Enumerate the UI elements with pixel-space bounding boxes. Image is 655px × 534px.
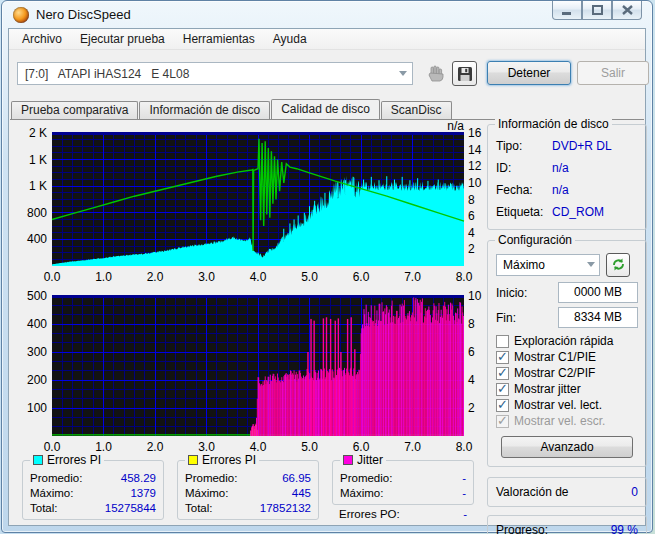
checkbox-mostrar-vel-lect-[interactable]: Mostrar vel. lect. bbox=[496, 397, 638, 413]
drive-selector-dropdown[interactable]: [7:0] ATAPI iHAS124 E 4L08 bbox=[17, 62, 413, 85]
svg-text:6.0: 6.0 bbox=[353, 270, 370, 284]
quality-chart-pif-jitter: 5004003002001001086420.01.02.03.04.05.06… bbox=[12, 286, 482, 456]
tab-prueba-comparativa[interactable]: Prueba comparativa bbox=[11, 101, 138, 119]
disc-info-row-3-label: Etiqueta: bbox=[496, 205, 552, 219]
svg-text:5.0: 5.0 bbox=[301, 440, 318, 454]
disc-info-row-0: Tipo:DVD+R DL bbox=[496, 135, 638, 157]
stop-button[interactable]: Detener bbox=[487, 61, 571, 85]
save-button[interactable] bbox=[452, 61, 477, 86]
checkbox-box[interactable] bbox=[496, 367, 509, 380]
svg-text:4: 4 bbox=[468, 373, 475, 387]
svg-text:0.0: 0.0 bbox=[44, 270, 61, 284]
legend-2-row-1: Máximo:- bbox=[340, 485, 466, 500]
disc-info-row-1-label: ID: bbox=[496, 161, 552, 175]
checkbox-box[interactable] bbox=[496, 399, 509, 412]
tab-calidad-de-disco[interactable]: Calidad de disco bbox=[271, 99, 380, 119]
menu-item-ayuda[interactable]: Ayuda bbox=[264, 30, 316, 48]
svg-text:6: 6 bbox=[468, 345, 475, 359]
disc-info-row-0-label: Tipo: bbox=[496, 139, 552, 153]
svg-text:5.0: 5.0 bbox=[301, 270, 318, 284]
svg-text:4.0: 4.0 bbox=[250, 270, 267, 284]
fin-field[interactable]: 8334 MB bbox=[558, 307, 638, 328]
close-button[interactable] bbox=[612, 1, 642, 20]
disc-info-row-2: Fecha:n/a bbox=[496, 179, 638, 201]
fin-label: Fin: bbox=[496, 311, 516, 325]
disc-info-row-0-value: DVD+R DL bbox=[552, 139, 638, 153]
checkbox-label: Mostrar C2/PIF bbox=[514, 366, 595, 380]
menu-item-archivo[interactable]: Archivo bbox=[13, 30, 71, 48]
checkbox-box[interactable] bbox=[496, 335, 509, 348]
svg-text:3.0: 3.0 bbox=[198, 270, 215, 284]
dropdown-arrow-icon bbox=[394, 63, 412, 84]
disc-info-row-2-value: n/a bbox=[552, 183, 638, 197]
svg-text:1.0: 1.0 bbox=[95, 270, 112, 284]
legend-title-text: Errores PI bbox=[47, 453, 101, 467]
checkbox-box[interactable] bbox=[496, 383, 509, 396]
legend-box-0: Errores PIPromedio:458.29Máximo:1379Tota… bbox=[22, 460, 164, 520]
title-bar[interactable]: Nero DiscSpeed bbox=[2, 1, 652, 28]
rating-label: Valoración de bbox=[496, 485, 569, 499]
checkbox-label: Exploración rápida bbox=[514, 334, 613, 348]
svg-text:16: 16 bbox=[468, 126, 482, 140]
progress-row-0-value: 99 % bbox=[611, 523, 638, 534]
refresh-button[interactable] bbox=[606, 253, 630, 277]
checkbox-mostrar-c2-pif[interactable]: Mostrar C2/PIF bbox=[496, 365, 638, 381]
checkbox-label: Mostrar vel. lect. bbox=[514, 398, 602, 412]
desktop-background: Nero DiscSpeed ArchivoEjecutar pruebaHer… bbox=[0, 0, 655, 534]
legend-2-row-1-value: - bbox=[462, 487, 466, 499]
svg-text:6.0: 6.0 bbox=[353, 440, 370, 454]
menu-bar: ArchivoEjecutar pruebaHerramientasAyuda bbox=[9, 29, 645, 50]
floppy-disk-icon bbox=[457, 66, 473, 82]
legend-1-row-1-value: 445 bbox=[292, 487, 311, 499]
disc-info-group-title: Información de disco bbox=[495, 117, 612, 131]
svg-text:12: 12 bbox=[468, 159, 482, 173]
svg-text:4.0: 4.0 bbox=[250, 440, 267, 454]
legend-2-row-0-value: - bbox=[462, 472, 466, 484]
legend-title-text: Errores PI bbox=[202, 453, 256, 467]
svg-text:14: 14 bbox=[468, 143, 482, 157]
checkbox-box[interactable] bbox=[496, 351, 509, 364]
checkbox-label: Mostrar vel. escr. bbox=[514, 414, 605, 428]
rating-box: Valoración de 0 bbox=[487, 477, 647, 507]
legend-0-row-1: Máximo:1379 bbox=[30, 485, 156, 500]
advanced-button[interactable]: Avanzado bbox=[501, 436, 633, 458]
svg-text:10: 10 bbox=[468, 289, 482, 303]
legend-title-text: Jitter bbox=[357, 453, 383, 467]
svg-text:100: 100 bbox=[27, 401, 47, 415]
drive-selector-value: [7:0] ATAPI iHAS124 E 4L08 bbox=[18, 67, 394, 81]
tab-strip: Prueba comparativaInformación de discoCa… bbox=[11, 99, 643, 119]
quality-chart-pie-speed: 2 K1 K1 K8004001614121086420.01.02.03.04… bbox=[12, 120, 482, 286]
speed-dropdown[interactable]: Máximo bbox=[496, 254, 600, 276]
maximize-button[interactable] bbox=[582, 1, 612, 20]
menu-item-herramientas[interactable]: Herramientas bbox=[174, 30, 264, 48]
svg-text:200: 200 bbox=[27, 373, 47, 387]
svg-text:1 K: 1 K bbox=[29, 179, 47, 193]
svg-text:6: 6 bbox=[468, 209, 475, 223]
tab-información-de-disco[interactable]: Información de disco bbox=[139, 101, 270, 119]
checkbox-mostrar-jitter[interactable]: Mostrar jitter bbox=[496, 381, 638, 397]
app-window: Nero DiscSpeed ArchivoEjecutar pruebaHer… bbox=[1, 0, 653, 533]
legend-0-row-0: Promedio:458.29 bbox=[30, 470, 156, 485]
legend-0-row-2-label: Total: bbox=[30, 502, 58, 514]
minimize-button[interactable] bbox=[552, 1, 582, 20]
checkbox-exploraci-n-r-pida[interactable]: Exploración rápida bbox=[496, 333, 638, 349]
dropdown-arrow-icon bbox=[583, 262, 599, 267]
svg-text:500: 500 bbox=[27, 289, 47, 303]
eject-hand-button[interactable] bbox=[423, 61, 448, 86]
svg-text:400: 400 bbox=[27, 317, 47, 331]
errores-po-label: Errores PO: bbox=[339, 508, 400, 520]
tab-scandisc[interactable]: ScanDisc bbox=[381, 101, 452, 119]
svg-text:8: 8 bbox=[468, 317, 475, 331]
checkbox-mostrar-c1-pie[interactable]: Mostrar C1/PIE bbox=[496, 349, 638, 365]
legend-1-row-0-value: 66.95 bbox=[282, 472, 311, 484]
legend-box-title: Jitter bbox=[340, 453, 386, 467]
svg-text:7.0: 7.0 bbox=[404, 270, 421, 284]
legend-0-row-2-value: 15275844 bbox=[105, 502, 156, 514]
errores-po-value: - bbox=[463, 508, 467, 520]
legend-0-row-0-value: 458.29 bbox=[121, 472, 156, 484]
menu-item-ejecutar-prueba[interactable]: Ejecutar prueba bbox=[71, 30, 174, 48]
disc-info-row-1: ID:n/a bbox=[496, 157, 638, 179]
refresh-icon bbox=[611, 257, 626, 272]
inicio-field[interactable]: 0000 MB bbox=[558, 282, 638, 303]
exit-button[interactable]: Salir bbox=[577, 61, 649, 85]
